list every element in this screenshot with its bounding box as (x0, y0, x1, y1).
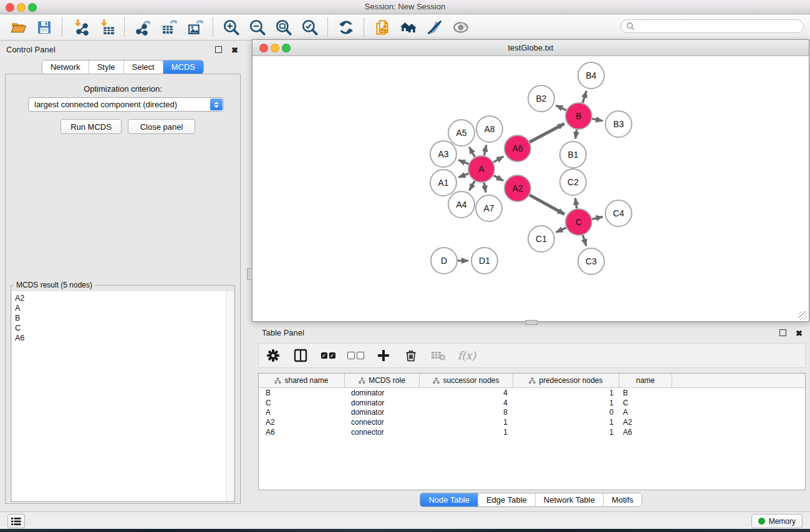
tab-mcds[interactable]: MCDS (163, 60, 203, 74)
table-cell[interactable]: connector (345, 428, 420, 437)
deselect-all-button[interactable] (347, 346, 364, 365)
table-cell[interactable]: A6 (619, 428, 672, 437)
mcds-result-item[interactable]: A6 (15, 333, 226, 343)
vertical-splitter-handle[interactable] (247, 268, 253, 280)
table-cell[interactable]: B (259, 389, 345, 397)
table-row[interactable]: A2connector11A2 (259, 417, 805, 427)
graph-edge-A-A8[interactable] (484, 145, 486, 155)
mcds-result-scrollbar[interactable] (226, 291, 234, 501)
table-cell[interactable]: C (619, 399, 672, 407)
table-row[interactable]: Cdominator41C (259, 398, 805, 408)
memory-button[interactable]: Memory (751, 514, 803, 528)
table-cell[interactable]: 1 (420, 418, 513, 427)
table-cell[interactable]: dominator (345, 389, 420, 397)
column-header[interactable]: predecessor nodes (513, 374, 619, 387)
column-header[interactable]: name (619, 374, 672, 387)
tab-select[interactable]: Select (123, 60, 163, 74)
task-history-button[interactable] (7, 514, 25, 528)
refresh-button[interactable] (333, 16, 359, 39)
network-window-titlebar[interactable]: testGlobe.txt (253, 40, 809, 56)
table-cell[interactable]: 8 (420, 408, 513, 417)
graph-edge-B-B1[interactable] (576, 130, 577, 138)
table-cell[interactable]: 0 (513, 408, 619, 417)
table-cell[interactable]: B (619, 389, 672, 397)
float-panel-icon[interactable] (779, 329, 786, 336)
function-builder-button[interactable]: f(x) (458, 346, 476, 365)
window-resize-grip[interactable] (799, 311, 808, 320)
network-canvas[interactable]: B4B2BB3A5A8A6B1A3AC2A1A2A4A7C4CC1C3DD1 (253, 56, 808, 321)
column-header[interactable]: MCDS role (345, 374, 420, 387)
table-cell[interactable]: dominator (345, 408, 420, 417)
open-session-button[interactable] (5, 16, 31, 39)
home-view-button[interactable] (395, 16, 422, 39)
mcds-result-item[interactable]: B (15, 313, 226, 323)
graph-edge-A-A5[interactable] (470, 147, 475, 157)
table-cell[interactable]: connector (345, 418, 420, 427)
search-field[interactable] (620, 19, 804, 33)
graph-edge-A-A7[interactable] (484, 183, 486, 193)
export-image-button[interactable] (182, 16, 208, 39)
graph-edge-B-B3[interactable] (592, 118, 603, 120)
mcds-result-list[interactable]: A2ABCA6 (12, 291, 226, 501)
select-all-button[interactable]: ✓ ✓ (320, 346, 336, 365)
table-cell[interactable]: dominator (345, 399, 420, 407)
table-row[interactable]: Adominator80A (259, 408, 805, 418)
optimization-criterion-select[interactable]: largest connected component (directed) (28, 97, 224, 112)
graphics-details-button[interactable] (448, 16, 474, 39)
graph-edge-A-A2[interactable] (493, 175, 503, 180)
table-cell[interactable]: 1 (513, 389, 619, 397)
mcds-result-item[interactable]: A2 (15, 293, 226, 303)
graph-edge-A-A1[interactable] (458, 173, 468, 177)
table-settings-button[interactable] (265, 346, 281, 365)
tab-style[interactable]: Style (89, 60, 123, 74)
add-column-button[interactable] (375, 346, 392, 365)
clone-network-button[interactable] (369, 16, 395, 39)
tab-edge-table[interactable]: Edge Table (478, 493, 535, 506)
mcds-result-item[interactable]: A (15, 303, 226, 313)
search-input[interactable] (635, 21, 793, 31)
run-mcds-button[interactable]: Run MCDS (60, 119, 122, 134)
graph-edge-B-B4[interactable] (582, 91, 586, 103)
graph-edge-A-A3[interactable] (458, 160, 468, 164)
graph-edge-A-A6[interactable] (493, 157, 503, 162)
hide-annotations-button[interactable] (422, 16, 448, 39)
graph-edge-C-C3[interactable] (583, 235, 586, 246)
graph-edge-A2-C[interactable] (529, 195, 564, 215)
zoom-selected-button[interactable] (297, 16, 323, 39)
table-cell[interactable]: A (259, 408, 345, 417)
table-cell[interactable]: 1 (513, 399, 619, 407)
tab-network-table[interactable]: Network Table (535, 493, 603, 506)
graph-edge-C-C4[interactable] (592, 217, 602, 220)
close-panel-icon[interactable]: ✖ (796, 329, 803, 338)
graph-edge-A6-B[interactable] (529, 123, 564, 142)
table-cell[interactable]: A2 (259, 418, 345, 427)
column-header[interactable]: successor nodes (420, 374, 513, 387)
delete-column-button[interactable] (403, 346, 419, 365)
export-network-button[interactable] (130, 16, 156, 39)
table-cell[interactable]: 1 (420, 428, 513, 437)
import-table-button[interactable] (94, 16, 120, 39)
column-header[interactable]: shared name (259, 374, 345, 387)
table-cell[interactable]: 1 (513, 428, 619, 437)
table-cell[interactable]: A (619, 408, 672, 417)
table-cell[interactable]: A6 (259, 428, 345, 437)
close-panel-icon[interactable]: ✖ (231, 46, 238, 55)
graph-edge-B-B2[interactable] (556, 105, 567, 110)
table-row[interactable]: Bdominator41B (259, 388, 805, 398)
save-session-button[interactable] (31, 16, 57, 39)
delete-table-button[interactable] (430, 346, 446, 365)
network-graph[interactable]: B4B2BB3A5A8A6B1A3AC2A1A2A4A7C4CC1C3DD1 (253, 56, 808, 321)
table-cell[interactable]: C (259, 399, 345, 407)
tab-motifs[interactable]: Motifs (603, 493, 642, 506)
table-cell[interactable]: 4 (420, 399, 513, 407)
graph-edge-C-C2[interactable] (576, 198, 577, 208)
export-table-button[interactable] (156, 16, 182, 39)
tab-node-table[interactable]: Node Table (420, 493, 478, 506)
graph-edge-C-C1[interactable] (556, 228, 566, 232)
graph-edge-A-A4[interactable] (470, 181, 475, 190)
import-network-button[interactable] (67, 16, 94, 39)
zoom-out-button[interactable] (244, 16, 271, 39)
zoom-in-button[interactable] (218, 16, 244, 39)
tab-network[interactable]: Network (42, 60, 89, 74)
table-cell[interactable]: 4 (420, 389, 513, 397)
